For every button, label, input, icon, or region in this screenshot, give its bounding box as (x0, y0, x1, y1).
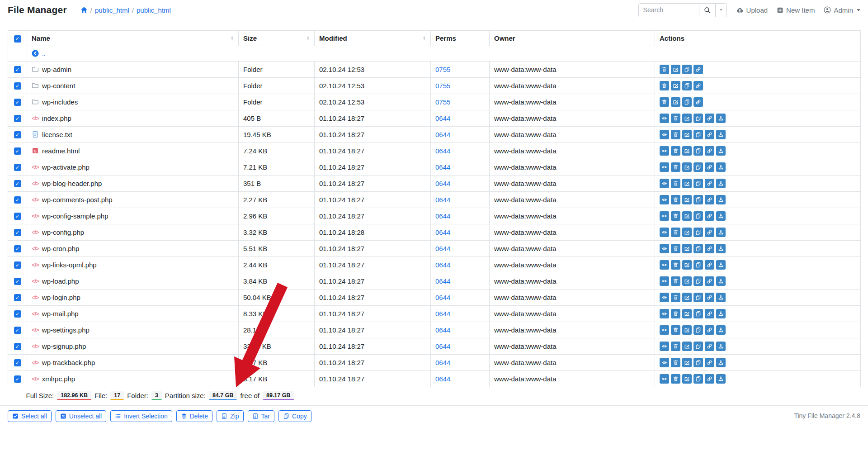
search-options-button[interactable] (715, 4, 726, 17)
preview-action-button[interactable] (660, 211, 669, 221)
edit-action-button[interactable] (682, 244, 692, 253)
link-action-button[interactable] (705, 325, 714, 335)
row-checkbox[interactable]: ✓ (14, 66, 21, 73)
download-action-button[interactable] (716, 162, 726, 172)
row-checkbox[interactable]: ✓ (14, 310, 21, 318)
link-action-button[interactable] (705, 374, 714, 384)
perms-link[interactable]: 0644 (435, 359, 450, 366)
delete-action-button[interactable] (671, 260, 680, 270)
file-name-link[interactable]: wp-mail.php (42, 310, 79, 318)
row-checkbox[interactable]: ✓ (14, 213, 21, 220)
delete-action-button[interactable] (660, 65, 669, 74)
preview-action-button[interactable] (660, 130, 669, 139)
delete-action-button[interactable] (671, 309, 680, 318)
link-action-button[interactable] (705, 309, 714, 318)
file-name-link[interactable]: wp-login.php (42, 294, 80, 301)
edit-action-button[interactable] (682, 195, 692, 204)
search-button[interactable] (699, 4, 715, 17)
link-action-button[interactable] (705, 146, 714, 156)
copy-action-button[interactable] (693, 130, 703, 139)
file-name-link[interactable]: xmlrpc.php (42, 375, 75, 383)
edit-action-button[interactable] (682, 374, 692, 384)
link-action-button[interactable] (705, 130, 714, 139)
preview-action-button[interactable] (660, 244, 669, 253)
link-action-button[interactable] (705, 211, 714, 221)
download-action-button[interactable] (716, 228, 726, 237)
copy-action-button[interactable] (693, 374, 703, 384)
row-checkbox[interactable]: ✓ (14, 196, 21, 204)
delete-button[interactable]: Delete (176, 410, 212, 422)
file-name-link[interactable]: index.php (42, 114, 71, 122)
copy-action-button[interactable] (693, 276, 703, 286)
preview-action-button[interactable] (660, 325, 669, 335)
download-action-button[interactable] (716, 244, 726, 253)
edit-action-button[interactable] (682, 293, 692, 302)
edit-action-button[interactable] (682, 309, 692, 318)
copy-action-button[interactable] (682, 65, 692, 74)
file-name-link[interactable]: wp-signup.php (42, 342, 86, 350)
invert-selection-button[interactable]: Invert Selection (110, 410, 172, 422)
download-action-button[interactable] (716, 211, 726, 221)
row-checkbox[interactable]: ✓ (14, 261, 21, 269)
search-input[interactable] (639, 4, 699, 17)
breadcrumb-link[interactable]: public_html (95, 6, 129, 14)
copy-action-button[interactable] (693, 211, 703, 221)
delete-action-button[interactable] (671, 211, 680, 221)
perms-link[interactable]: 0644 (435, 163, 450, 171)
file-name-link[interactable]: wp-trackback.php (42, 359, 95, 366)
link-action-button[interactable] (705, 260, 714, 270)
download-action-button[interactable] (716, 358, 726, 367)
edit-action-button[interactable] (682, 325, 692, 335)
row-checkbox[interactable]: ✓ (14, 99, 21, 106)
copy-action-button[interactable] (693, 228, 703, 237)
row-checkbox[interactable]: ✓ (14, 327, 21, 334)
edit-action-button[interactable] (682, 114, 692, 123)
perms-link[interactable]: 0755 (435, 82, 450, 90)
folder-name-link[interactable]: wp-includes (42, 98, 78, 106)
file-name-link[interactable]: wp-config.php (42, 228, 84, 236)
row-checkbox[interactable]: ✓ (14, 82, 21, 90)
link-action-button[interactable] (705, 244, 714, 253)
perms-link[interactable]: 0644 (435, 114, 450, 122)
perms-link[interactable]: 0644 (435, 326, 450, 334)
perms-link[interactable]: 0644 (435, 212, 450, 220)
row-checkbox[interactable]: ✓ (14, 375, 21, 383)
download-action-button[interactable] (716, 195, 726, 204)
copy-action-button[interactable] (693, 358, 703, 367)
delete-action-button[interactable] (671, 358, 680, 367)
copy-action-button[interactable] (693, 179, 703, 188)
delete-action-button[interactable] (671, 342, 680, 351)
edit-action-button[interactable] (682, 211, 692, 221)
perms-link[interactable]: 0755 (435, 98, 450, 106)
row-checkbox[interactable]: ✓ (14, 245, 21, 252)
row-checkbox[interactable]: ✓ (14, 147, 21, 155)
link-action-button[interactable] (705, 114, 714, 123)
perms-link[interactable]: 0644 (435, 310, 450, 318)
file-name-link[interactable]: wp-load.php (42, 277, 79, 285)
zip-button[interactable]: Zip (217, 410, 243, 422)
delete-action-button[interactable] (671, 374, 680, 384)
column-header-modified[interactable]: Modified ▲▼ (315, 31, 431, 46)
row-checkbox[interactable]: ✓ (14, 294, 21, 301)
row-checkbox[interactable]: ✓ (14, 229, 21, 236)
preview-action-button[interactable] (660, 195, 669, 204)
row-checkbox[interactable]: ✓ (14, 180, 21, 187)
copy-action-button[interactable] (693, 146, 703, 156)
edit-action-button[interactable] (682, 179, 692, 188)
link-action-button[interactable] (705, 195, 714, 204)
download-action-button[interactable] (716, 325, 726, 335)
preview-action-button[interactable] (660, 276, 669, 286)
link-action-button[interactable] (705, 358, 714, 367)
file-name-link[interactable]: wp-settings.php (42, 326, 90, 334)
edit-action-button[interactable] (671, 65, 680, 74)
download-action-button[interactable] (716, 276, 726, 286)
unselect-all-button[interactable]: Unselect all (56, 410, 106, 422)
copy-action-button[interactable] (693, 309, 703, 318)
folder-name-link[interactable]: wp-content (42, 82, 75, 90)
perms-link[interactable]: 0755 (435, 66, 450, 73)
copy-action-button[interactable] (693, 244, 703, 253)
edit-action-button[interactable] (671, 97, 680, 107)
delete-action-button[interactable] (671, 244, 680, 253)
select-all-checkbox[interactable]: ✓ (14, 35, 21, 43)
edit-action-button[interactable] (671, 81, 680, 90)
